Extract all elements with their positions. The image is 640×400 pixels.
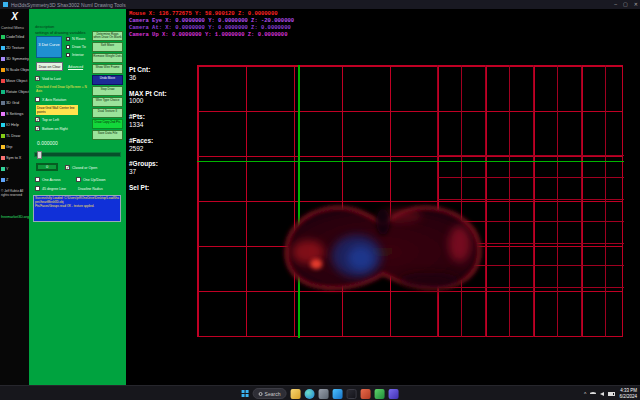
clock-date: 6/2/2024: [619, 394, 637, 400]
sidebar-item-3d-grid[interactable]: 3D Grid: [1, 101, 29, 105]
title-bar: Hot3dsSymmetry3D Shax3002 NumI Drawing T…: [0, 0, 640, 9]
bottom-on-right-checkbox[interactable]: ✓Bottom on Right: [35, 126, 68, 131]
taskbar-clock[interactable]: 4:33 PM 6/2/2024: [619, 388, 637, 399]
maximize-button[interactable]: ▢: [623, 0, 628, 9]
one-updown-checkbox[interactable]: One Up/Down: [76, 177, 106, 182]
slider-thumb[interactable]: [37, 151, 42, 159]
checkbox-box: [35, 177, 40, 182]
sidebar-item-2d-texture[interactable]: 2D Texture: [1, 46, 29, 50]
code-app-icon[interactable]: [388, 389, 398, 399]
advanced-link[interactable]: Advanced: [68, 65, 83, 69]
wire-type-button[interactable]: Wire Type Choice: [92, 97, 123, 107]
tray-chevron-icon[interactable]: ^: [584, 391, 586, 397]
paint-app-icon[interactable]: [360, 389, 370, 399]
remove-weight-dots-button[interactable]: Remove Weight Dots: [92, 53, 123, 63]
sidebar-header: Control Menu: [1, 26, 24, 30]
close-button[interactable]: ✕: [634, 0, 638, 9]
sidebar-item-rotate-object[interactable]: Rotate Object: [1, 90, 29, 94]
camera-up-coords: Camera Up X: 0.0000000 Y: 1.0000000 Z: 0…: [129, 32, 294, 39]
sidebar-item-grp[interactable]: Grp: [1, 145, 29, 149]
deg45-line-checkbox[interactable]: 45 degree Line: [35, 186, 66, 191]
sidebar-item-3d-symmetry[interactable]: 3D Symmetry: [1, 57, 29, 61]
draw-on-clear-button[interactable]: Draw on Clear: [36, 62, 63, 71]
stat-faces: #Faces:2592: [129, 137, 167, 153]
clock-time: 4:33 PM: [619, 388, 637, 394]
start-button[interactable]: [242, 390, 249, 397]
stat-sel-pt: Sel Pt:: [129, 184, 167, 192]
item-icon: [1, 167, 5, 171]
radio-box: ●: [66, 37, 70, 41]
stat-pt-cnt: Pt Cnt:36: [129, 66, 167, 82]
determine-rows-button[interactable]: Determine Rows when Draw On Blank: [92, 31, 123, 41]
item-icon: [1, 46, 5, 50]
wifi-icon[interactable]: [590, 392, 596, 395]
volume-icon[interactable]: [600, 392, 604, 396]
settings-gear-icon[interactable]: [318, 389, 328, 399]
zero-button[interactable]: 0: [36, 163, 58, 171]
search-icon: [259, 392, 263, 396]
item-icon: [1, 35, 5, 39]
checkbox-box: ✓: [35, 117, 40, 122]
checkbox-box: ✓: [35, 126, 40, 131]
sidebar-item-tl-draw[interactable]: TL Draw: [1, 134, 29, 138]
radio-box: [66, 53, 70, 57]
x-axis-rotation-checkbox[interactable]: X Axis Rotation: [35, 97, 66, 102]
checkbox-box: ✓: [35, 76, 40, 81]
drawline-radius-label: Drawline Radius: [78, 187, 103, 191]
item-icon: [1, 145, 5, 149]
sidebar-item-scale-object[interactable]: N Scale Object: [1, 68, 29, 72]
item-icon: [1, 112, 5, 116]
soft-move-button[interactable]: Soft Move: [92, 42, 123, 52]
item-icon: [1, 79, 5, 83]
window-title: Hot3dsSymmetry3D Shax3002 NumI Drawing T…: [11, 2, 126, 8]
sidebar-item-sym-y[interactable]: Y: [1, 167, 29, 171]
taskbar: Search ^ 4:33 PM 6/2/2024: [0, 385, 640, 400]
stat-pts: #Pts:1334: [129, 113, 167, 129]
mesh-object[interactable]: [278, 193, 490, 305]
show-wireframe-button[interactable]: Show Wire Frame: [92, 64, 123, 74]
search-label: Search: [265, 391, 281, 397]
sidebar-item-sym-z[interactable]: Z: [1, 178, 29, 182]
item-icon: [1, 57, 5, 61]
settings-panel: description settings of drawing variable…: [29, 9, 126, 385]
model-app-icon[interactable]: [374, 389, 384, 399]
dual-texture-button[interactable]: Dual Texture II: [92, 108, 123, 118]
sidebar-item-move-object[interactable]: Move Object: [1, 79, 29, 83]
top-or-left-checkbox[interactable]: ✓Top or Left: [35, 117, 59, 122]
minimize-button[interactable]: –: [614, 0, 617, 9]
checkbox-box: [35, 186, 40, 191]
sidebar-item-sym-x[interactable]: Sym to X: [1, 156, 29, 160]
value-slider[interactable]: [34, 152, 121, 157]
item-icon: [1, 178, 5, 182]
void-to-last-checkbox[interactable]: ✓Void to Last: [35, 76, 61, 81]
viewport-3d[interactable]: Mouse X: 136.772675 Y: 58.900120 Z: 0.00…: [126, 9, 640, 385]
one-across-checkbox[interactable]: One Across: [35, 177, 61, 182]
search-box[interactable]: Search: [253, 388, 287, 399]
stat-groups: #Groups:37: [129, 160, 167, 176]
battery-icon[interactable]: [608, 392, 615, 396]
radio-n-rows[interactable]: ●N Rows: [66, 37, 85, 41]
panel-subtitle: settings of drawing variables: [35, 30, 85, 35]
item-icon: [1, 68, 5, 72]
closed-or-open-checkbox[interactable]: ✓Closed or Open: [65, 165, 97, 170]
stop-draw-button[interactable]: Stop Draw: [92, 86, 123, 96]
sidebar-item-help[interactable]: IO Help: [1, 123, 29, 127]
item-icon: [1, 90, 5, 94]
store-icon[interactable]: [332, 389, 342, 399]
undo-move-button[interactable]: Undo Move: [92, 75, 123, 85]
checkbox-box: [76, 177, 81, 182]
app-window: Hot3dsSymmetry3D Shax3002 NumI Drawing T…: [0, 0, 640, 400]
file-explorer-icon[interactable]: [290, 389, 300, 399]
save-data-button[interactable]: Save Data File: [92, 130, 123, 140]
radio-draw-to[interactable]: Draw To: [66, 45, 86, 49]
item-icon: [1, 123, 5, 127]
radio-box: [66, 45, 70, 49]
edge-browser-icon[interactable]: [304, 389, 314, 399]
sidebar-item-settings[interactable]: S Settings: [1, 112, 29, 116]
curve-button[interactable]: 3 Dot Curve: [36, 36, 62, 58]
radio-interior[interactable]: Interior: [66, 53, 84, 57]
draw-copy-button[interactable]: Draw Copy 2nd Pts: [92, 119, 123, 129]
sidebar-item-codetitled[interactable]: CodeTitled: [1, 35, 29, 39]
terminal-icon[interactable]: [346, 389, 356, 399]
slider-value: 0.000000: [37, 140, 58, 146]
